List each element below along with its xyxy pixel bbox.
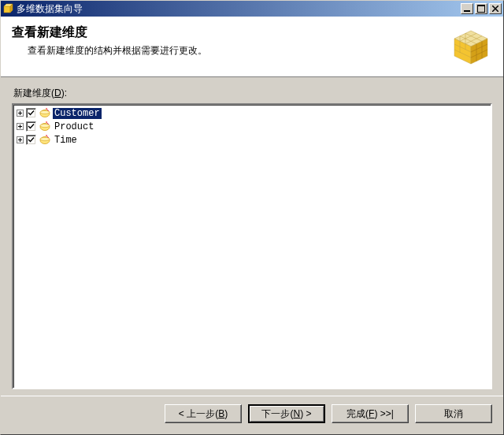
cube-illustration-icon [450,24,492,67]
minimize-button[interactable] [461,3,473,14]
app-icon [2,3,13,14]
dimension-icon [39,121,51,133]
dimension-icon [39,107,51,120]
svg-point-22 [40,124,50,127]
wizard-header: 查看新建维度 查看新建维度的结构并根据需要进行更改。 [1,17,503,77]
close-button[interactable] [489,3,502,14]
dimension-icon [39,134,51,147]
dimension-label[interactable]: Customer [53,108,102,119]
finish-button[interactable]: 完成(F) >>| [332,404,409,423]
page-subtitle: 查看新建维度的结构并根据需要进行更改。 [12,44,442,58]
back-button[interactable]: < 上一步(B) [165,404,242,423]
svg-point-23 [46,121,47,123]
window-title: 多维数据集向导 [17,2,459,16]
wizard-footer: < 上一步(B) 下一步(N) > 完成(F) >>| 取消 [1,396,503,434]
dimension-checkbox[interactable] [26,135,36,145]
page-title: 查看新建维度 [12,24,442,41]
dimension-checkbox[interactable] [26,108,36,118]
dimension-checkbox[interactable] [26,121,36,132]
maximize-button[interactable] [475,3,487,14]
svg-point-19 [40,110,50,113]
expand-icon[interactable] [17,110,24,117]
dimension-label[interactable]: Time [53,135,79,146]
cancel-button[interactable]: 取消 [415,404,492,423]
tree-row[interactable]: Product [15,120,489,133]
title-bar: 多维数据集向导 [1,1,503,17]
expand-icon[interactable] [17,123,24,130]
wizard-content: 新建维度(D): CustomerProductTime [1,77,503,396]
tree-row[interactable]: Time [15,133,489,147]
expand-icon[interactable] [17,136,24,143]
svg-point-26 [46,135,47,136]
tree-row[interactable]: Customer [15,106,489,120]
dimension-tree[interactable]: CustomerProductTime [12,103,492,389]
dimension-label[interactable]: Product [53,121,95,132]
tree-label: 新建维度(D): [13,87,492,100]
svg-point-25 [40,137,50,140]
wizard-window: 多维数据集向导 查看新建维度 查看新建维度的结构并根据需要进行更改。 [0,0,504,435]
next-button[interactable]: 下一步(N) > [248,404,325,423]
svg-point-20 [46,108,47,110]
svg-rect-0 [4,6,10,13]
